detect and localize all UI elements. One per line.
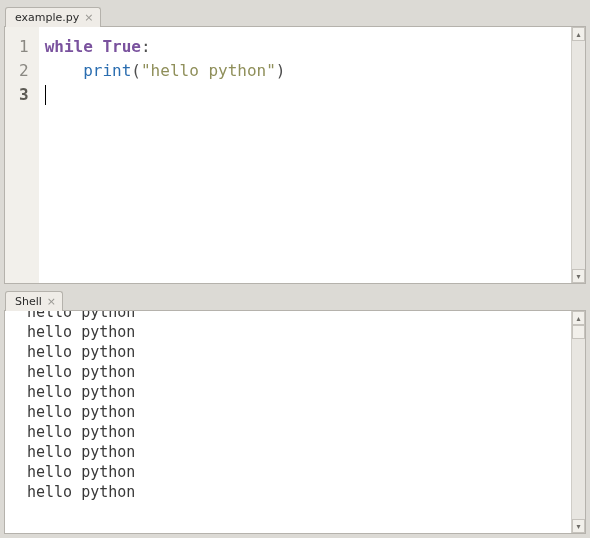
line-number: 1 bbox=[19, 35, 29, 59]
editor-frame: 123 while True: print("hello python") ▴ … bbox=[4, 26, 586, 284]
shell-frame: hello pythonhello pythonhello pythonhell… bbox=[4, 310, 586, 534]
close-icon[interactable]: × bbox=[47, 296, 56, 307]
shell-scrollbar[interactable]: ▴ ▾ bbox=[571, 311, 585, 533]
editor-tab-row: example.py × bbox=[4, 4, 586, 26]
editor-tab[interactable]: example.py × bbox=[5, 7, 101, 27]
shell-line: hello python bbox=[27, 311, 567, 322]
editor-scrollbar[interactable]: ▴ ▾ bbox=[571, 27, 585, 283]
shell-pane: Shell × hello pythonhello pythonhello py… bbox=[4, 288, 586, 534]
shell-line: hello python bbox=[27, 382, 567, 402]
scroll-thumb[interactable] bbox=[572, 325, 585, 339]
scroll-up-icon[interactable]: ▴ bbox=[572, 27, 585, 41]
shell-line: hello python bbox=[27, 462, 567, 482]
line-number-gutter: 123 bbox=[5, 27, 39, 283]
shell-tab-row: Shell × bbox=[4, 288, 586, 310]
close-icon[interactable]: × bbox=[84, 12, 93, 23]
shell-line: hello python bbox=[27, 342, 567, 362]
shell-tab[interactable]: Shell × bbox=[5, 291, 63, 311]
editor-pane: example.py × 123 while True: print("hell… bbox=[4, 4, 586, 284]
scroll-down-icon[interactable]: ▾ bbox=[572, 269, 585, 283]
shell-line: hello python bbox=[27, 322, 567, 342]
editor-tab-label: example.py bbox=[15, 11, 79, 24]
shell-line: hello python bbox=[27, 422, 567, 442]
shell-output[interactable]: hello pythonhello pythonhello pythonhell… bbox=[5, 311, 571, 533]
scroll-track[interactable] bbox=[572, 325, 585, 519]
shell-line: hello python bbox=[27, 362, 567, 382]
line-number: 2 bbox=[19, 59, 29, 83]
code-line: while True: bbox=[45, 35, 567, 59]
shell-line: hello python bbox=[27, 442, 567, 462]
scroll-track[interactable] bbox=[572, 41, 585, 269]
scroll-up-icon[interactable]: ▴ bbox=[572, 311, 585, 325]
scroll-down-icon[interactable]: ▾ bbox=[572, 519, 585, 533]
code-line: print("hello python") bbox=[45, 59, 567, 83]
shell-line: hello python bbox=[27, 402, 567, 422]
shell-tab-label: Shell bbox=[15, 295, 42, 308]
code-area[interactable]: while True: print("hello python") bbox=[39, 27, 571, 283]
shell-line: hello python bbox=[27, 482, 567, 502]
line-number: 3 bbox=[19, 83, 29, 107]
